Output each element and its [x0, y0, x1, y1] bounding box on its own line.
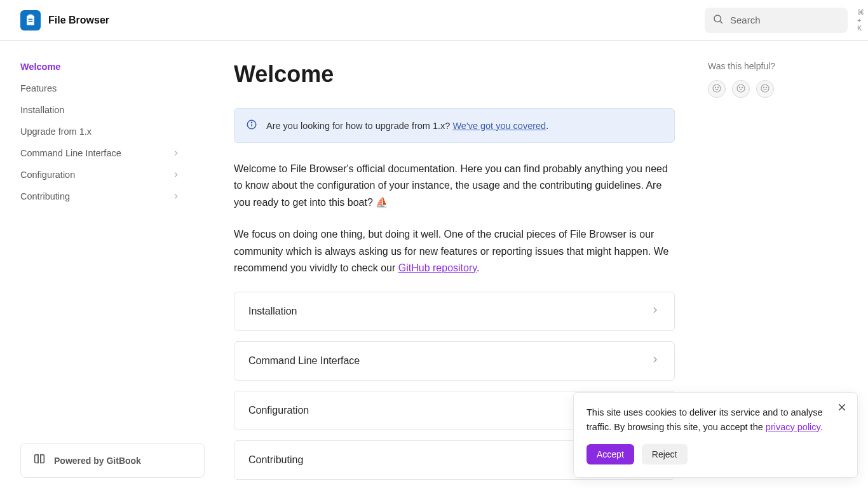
cookie-text: This site uses cookies to deliver its se…: [587, 405, 828, 434]
github-repo-link[interactable]: GitHub repository: [398, 262, 477, 273]
reject-button[interactable]: Reject: [642, 444, 688, 464]
svg-point-10: [251, 122, 252, 123]
feedback-neutral-button[interactable]: [732, 80, 750, 98]
app-title: File Browser: [48, 15, 109, 26]
search-input[interactable]: [730, 15, 851, 25]
sidebar-item-welcome[interactable]: Welcome: [20, 56, 188, 78]
feedback-sad-button[interactable]: [708, 80, 726, 98]
card-label: Installation: [248, 306, 297, 317]
chevron-right-icon: [650, 355, 660, 367]
card-label: Contributing: [248, 454, 303, 466]
gitbook-icon: [32, 452, 46, 468]
sidebar-item-label: Welcome: [20, 62, 60, 72]
sidebar-item-label: Upgrade from 1.x: [20, 126, 92, 137]
app-logo-icon: [20, 10, 41, 30]
search-shortcut: ⌘ + K: [857, 8, 865, 32]
privacy-policy-link[interactable]: privacy policy: [766, 422, 820, 432]
face-neutral-icon: [736, 83, 746, 95]
search-box[interactable]: ⌘ + K: [705, 8, 848, 33]
sidebar-item-label: Command Line Interface: [20, 148, 121, 158]
svg-point-19: [763, 87, 764, 88]
sidebar-item-label: Configuration: [20, 170, 75, 180]
feedback-question: Was this helpful?: [708, 61, 848, 71]
callout-link[interactable]: We've got you covered: [452, 121, 546, 131]
sidebar-item-cli[interactable]: Command Line Interface: [20, 142, 188, 164]
app-header: File Browser ⌘ + K: [0, 0, 868, 41]
card-cli[interactable]: Command Line Interface: [234, 341, 675, 381]
card-label: Command Line Interface: [248, 355, 360, 367]
info-icon: [246, 119, 257, 132]
cookie-close-button[interactable]: [836, 402, 848, 414]
svg-point-11: [713, 85, 721, 92]
page-title: Welcome: [234, 61, 675, 88]
powered-by-link[interactable]: Powered by GitBook: [20, 443, 205, 478]
svg-line-5: [720, 21, 722, 23]
svg-point-14: [737, 85, 745, 92]
info-callout: Are you looking for how to upgrade from …: [234, 108, 675, 143]
callout-suffix: .: [546, 121, 548, 131]
para2-suffix: .: [477, 262, 479, 273]
cookie-text-suffix: .: [820, 422, 823, 432]
cookie-banner: This site uses cookies to deliver its se…: [573, 392, 858, 478]
svg-point-13: [717, 87, 718, 88]
chevron-right-icon: [650, 305, 660, 318]
nav-list: Welcome Features Installation Upgrade fr…: [20, 56, 188, 207]
callout-prefix: Are you looking for how to upgrade from …: [266, 121, 452, 131]
svg-point-20: [766, 87, 766, 88]
sidebar-item-upgrade[interactable]: Upgrade from 1.x: [20, 121, 188, 142]
chevron-right-icon: [172, 149, 180, 158]
svg-point-4: [714, 15, 721, 22]
cookie-actions: Accept Reject: [587, 444, 828, 464]
svg-point-15: [739, 87, 740, 88]
sidebar-item-configuration[interactable]: Configuration: [20, 164, 188, 186]
svg-rect-0: [27, 15, 34, 25]
sidebar-item-label: Features: [20, 83, 57, 93]
sidebar-item-contributing[interactable]: Contributing: [20, 186, 188, 207]
svg-point-16: [742, 87, 742, 88]
sidebar-item-label: Contributing: [20, 191, 70, 201]
face-sad-icon: [712, 83, 722, 95]
card-installation[interactable]: Installation: [234, 292, 675, 331]
svg-rect-2: [29, 18, 33, 20]
svg-rect-1: [29, 14, 33, 16]
callout-text: Are you looking for how to upgrade from …: [266, 121, 548, 131]
sidebar-item-features[interactable]: Features: [20, 78, 188, 99]
svg-point-18: [761, 85, 769, 92]
chevron-right-icon: [172, 170, 180, 179]
close-icon: [837, 405, 847, 414]
sidebar: Welcome Features Installation Upgrade fr…: [0, 41, 193, 488]
card-label: Configuration: [248, 405, 309, 416]
intro-paragraph-2: We focus on doing one thing, but doing i…: [234, 226, 675, 276]
accept-button[interactable]: Accept: [587, 444, 634, 464]
sidebar-item-label: Installation: [20, 105, 64, 115]
sidebar-item-installation[interactable]: Installation: [20, 99, 188, 121]
face-happy-icon: [760, 83, 770, 95]
powered-by-label: Powered by GitBook: [54, 456, 141, 466]
chevron-right-icon: [172, 192, 180, 201]
svg-point-12: [715, 87, 715, 88]
intro-paragraph-1: Welcome to File Browser's official docum…: [234, 161, 675, 211]
brand[interactable]: File Browser: [20, 10, 109, 30]
feedback-happy-button[interactable]: [756, 80, 774, 98]
svg-rect-3: [29, 20, 33, 22]
feedback-faces: [708, 80, 848, 98]
search-icon: [712, 13, 724, 27]
